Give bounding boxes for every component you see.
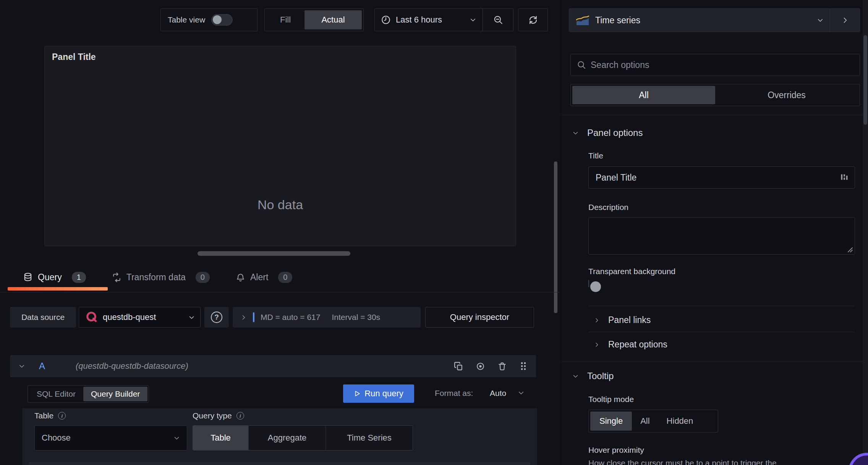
panel-options-header-label: Panel options	[587, 128, 643, 138]
tooltip-header-label: Tooltip	[587, 371, 614, 381]
data-source-value: questdb-quest	[103, 312, 156, 322]
time-range-label: Last 6 hours	[396, 15, 442, 25]
table-view-toggle[interactable]	[211, 14, 233, 26]
hover-proximity-description: How close the cursor must be to a point …	[588, 459, 825, 465]
query-type-table[interactable]: Table	[193, 426, 248, 450]
search-options-input[interactable]	[591, 60, 853, 70]
clock-icon	[381, 15, 391, 25]
run-query-button[interactable]: Run query	[343, 384, 414, 403]
query-row-header[interactable]: A (questdb-questdb-datasource)	[10, 355, 536, 377]
table-view-control[interactable]: Table view	[160, 8, 257, 31]
hide-response-eye-icon[interactable]	[476, 362, 485, 371]
tooltip-mode-switch: Single All Hidden	[588, 410, 718, 433]
query-options-summary[interactable]: MD = auto = 617 Interval = 30s	[233, 307, 421, 328]
chevron-down-icon	[572, 130, 579, 136]
query-type-time-series[interactable]: Time Series	[326, 426, 413, 450]
toggle-viz-pane-button[interactable]	[830, 9, 860, 32]
drag-handle-icon[interactable]	[519, 361, 528, 371]
chevron-down-icon	[173, 435, 180, 441]
tab-transform-label: Transform data	[126, 272, 186, 283]
query-type-aggregate[interactable]: Aggregate	[248, 426, 326, 450]
data-source-label-box: Data source	[10, 307, 76, 328]
remove-query-trash-icon[interactable]	[497, 362, 507, 371]
transparent-background-toggle[interactable]	[588, 280, 589, 287]
panel-options-section-header[interactable]: Panel options	[572, 128, 643, 138]
panel-title-field	[588, 166, 855, 189]
tab-alert[interactable]: Alert 0	[236, 272, 292, 283]
format-chevron-down-icon[interactable]	[518, 389, 525, 396]
repeat-options-section-header[interactable]: Repeat options	[594, 339, 667, 350]
tooltip-mode-hidden[interactable]: Hidden	[658, 412, 702, 431]
tooltip-section-header[interactable]: Tooltip	[572, 371, 614, 381]
play-icon	[354, 390, 361, 397]
max-data-points-summary: MD = auto = 617	[261, 313, 320, 322]
toggle-knob	[590, 281, 601, 292]
visualization-picker[interactable]: Time series	[569, 8, 860, 32]
panel-title-input[interactable]	[596, 173, 841, 183]
query-ref-id[interactable]: A	[39, 361, 45, 371]
time-series-viz-icon	[575, 15, 590, 26]
time-range-button[interactable]: Last 6 hours	[375, 9, 483, 31]
refresh-icon	[528, 15, 538, 25]
tab-query[interactable]: Query 1	[23, 272, 86, 283]
hover-proximity-label: Hover proximity	[588, 446, 644, 455]
tooltip-mode-all[interactable]: All	[632, 412, 658, 431]
format-as-label: Format as:	[435, 389, 473, 398]
filter-all-option[interactable]: All	[572, 86, 715, 104]
query-builder-option[interactable]: Query Builder	[83, 387, 147, 401]
panel-links-label: Panel links	[608, 315, 651, 325]
refresh-button[interactable]	[518, 8, 548, 31]
tab-query-label: Query	[38, 272, 62, 283]
info-icon[interactable]: i	[58, 412, 66, 420]
options-filter-switch: All Overrides	[570, 84, 860, 106]
zoom-out-icon	[493, 15, 503, 25]
table-field-label: Table	[34, 411, 53, 420]
datasource-help-button[interactable]: ?	[204, 307, 229, 328]
data-source-label: Data source	[21, 313, 65, 322]
editor-mode-switch: SQL Editor Query Builder	[28, 385, 149, 403]
panel-horizontal-scrollbar[interactable]	[198, 251, 350, 256]
chevron-down-icon	[572, 373, 579, 379]
zoom-out-button[interactable]	[483, 9, 513, 31]
tabs-divider	[0, 292, 559, 292]
tooltip-mode-single[interactable]: Single	[590, 412, 632, 431]
editor-vertical-scrollbar[interactable]	[554, 161, 557, 313]
no-data-message: No data	[45, 197, 516, 212]
section-divider	[561, 361, 868, 362]
sql-editor-option[interactable]: SQL Editor	[29, 387, 83, 401]
query-inspector-label: Query inspector	[450, 312, 509, 322]
query-inspector-button[interactable]: Query inspector	[425, 307, 534, 328]
panel-preview: Panel Title No data	[44, 46, 516, 246]
query-type-switch: Table Aggregate Time Series	[193, 425, 413, 450]
time-range-picker: Last 6 hours	[374, 8, 513, 31]
filter-overrides-option[interactable]: Overrides	[715, 86, 858, 104]
table-select-value: Choose	[42, 433, 71, 443]
chevron-down-icon	[470, 16, 476, 23]
format-as-value[interactable]: Auto	[490, 389, 506, 398]
next-editor-row	[29, 462, 530, 465]
actual-option[interactable]: Actual	[304, 10, 362, 29]
tab-transform-data[interactable]: Transform data 0	[112, 272, 210, 283]
panel-title[interactable]: Panel Title	[52, 52, 96, 62]
title-field-label: Title	[588, 151, 603, 160]
info-icon[interactable]: i	[236, 412, 244, 420]
fill-option[interactable]: Fill	[266, 10, 304, 29]
database-icon	[23, 272, 33, 282]
search-options-box[interactable]	[570, 54, 860, 76]
options-scrollbar-thumb[interactable]	[863, 35, 867, 125]
data-source-picker[interactable]: questdb-quest	[79, 307, 201, 328]
inset-divider	[588, 332, 855, 332]
help-bubble[interactable]	[849, 453, 868, 465]
transform-icon	[112, 273, 121, 282]
panel-links-section-header[interactable]: Panel links	[594, 315, 651, 325]
collapse-chevron-icon[interactable]	[18, 363, 25, 370]
run-query-label: Run query	[364, 389, 403, 399]
duplicate-query-icon[interactable]	[454, 362, 463, 371]
table-select[interactable]: Choose	[34, 425, 187, 450]
suggestions-icon[interactable]	[841, 173, 848, 182]
help-icon: ?	[211, 312, 222, 323]
visualization-name: Time series	[595, 15, 640, 26]
resize-handle-icon[interactable]	[847, 247, 853, 253]
description-field[interactable]	[588, 217, 855, 255]
tooltip-mode-label: Tooltip mode	[588, 395, 634, 404]
